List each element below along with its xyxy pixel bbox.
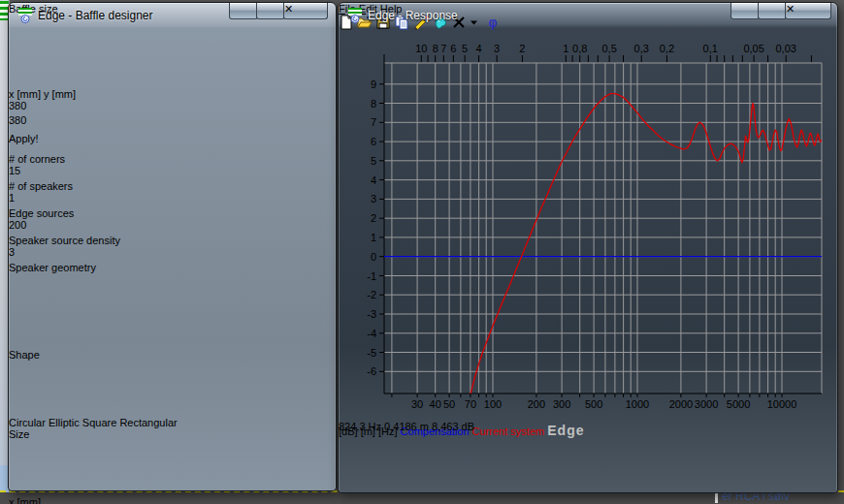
radio-elliptic-label: Elliptic	[49, 417, 80, 428]
svg-text:8: 8	[371, 98, 376, 110]
svg-text:3: 3	[371, 193, 376, 205]
svg-text:50: 50	[443, 398, 455, 410]
svg-text:7: 7	[440, 43, 446, 54]
maximize-button[interactable]	[256, 3, 285, 19]
status-wavelength: 0,4186 m	[384, 421, 429, 432]
radio-square-label: Square	[82, 417, 116, 428]
size-x-label: x [mm]	[9, 496, 41, 504]
svg-text:2000: 2000	[669, 398, 693, 410]
svg-text:-6: -6	[367, 365, 376, 377]
num-speakers-spinner[interactable]: 1	[9, 192, 110, 207]
edge-app-icon	[17, 8, 33, 23]
corners-spinner[interactable]: 15	[9, 165, 73, 180]
response-chart[interactable]: 3040507010020030050010002000300050001000…	[339, 32, 831, 421]
y-mm-label: y [mm]	[44, 88, 76, 100]
x-mm-label: x [mm]	[9, 88, 41, 100]
close-button[interactable]: ✕	[785, 3, 831, 19]
svg-text:200: 200	[528, 398, 545, 410]
svg-text:1: 1	[371, 232, 376, 243]
svg-text:4: 4	[475, 43, 481, 54]
svg-text:0,03: 0,03	[775, 43, 795, 54]
svg-text:5: 5	[371, 155, 376, 167]
size-label: Size	[9, 428, 29, 440]
minimize-button[interactable]	[229, 3, 258, 19]
num-speakers-label: # of speakers	[9, 180, 73, 192]
edge-watermark: Edge	[547, 423, 584, 438]
baffle-client-area: Baffle size x [mm] y [mm] 380 380 Apply!…	[9, 3, 336, 504]
edge-sources-label: Edge sources	[9, 207, 74, 219]
current-system-curve	[471, 94, 823, 394]
close-icon: ✕	[284, 3, 293, 15]
speaker-geometry-label: Speaker geometry	[9, 262, 96, 273]
close-button[interactable]: ✕	[283, 3, 328, 19]
svg-text:-1: -1	[367, 270, 376, 282]
svg-text:10000: 10000	[767, 398, 797, 410]
density-label: Speaker source density	[9, 235, 120, 246]
corners-label: # of corners	[9, 153, 65, 165]
response-client-area: File Edit Help	[339, 3, 837, 438]
svg-text:-3: -3	[367, 308, 376, 320]
edge-sources-spinner[interactable]: 200	[9, 219, 73, 235]
svg-text:300: 300	[553, 398, 570, 410]
svg-text:6: 6	[450, 43, 456, 54]
baffle-titlebar[interactable]: Edge - Baffle designer ✕	[9, 3, 336, 28]
svg-text:0: 0	[371, 251, 376, 263]
svg-text:0,8: 0,8	[572, 43, 587, 54]
edge-app-icon	[347, 8, 363, 23]
svg-text:0,2: 0,2	[660, 43, 674, 54]
density-spinner[interactable]: 3	[9, 246, 110, 262]
svg-text:1000: 1000	[626, 398, 649, 410]
svg-text:3: 3	[494, 43, 500, 54]
radio-rectangular-label: Rectangular	[119, 417, 177, 428]
svg-text:5: 5	[462, 43, 468, 54]
svg-text:3000: 3000	[695, 398, 718, 410]
baffle-y-input[interactable]: 380	[9, 114, 51, 129]
minimize-button[interactable]	[730, 3, 760, 19]
response-window: Edge - Response ✕ File Edit Help	[338, 2, 838, 493]
svg-text:-5: -5	[367, 347, 376, 359]
baffle-designer-window: Edge - Baffle designer ✕ Baffle size x […	[8, 2, 337, 491]
svg-text:40: 40	[430, 398, 441, 410]
speaker-geometry-group: Speaker geometry	[9, 262, 221, 349]
svg-text:-2: -2	[367, 289, 376, 300]
svg-text:6: 6	[371, 136, 376, 147]
svg-text:30: 30	[411, 398, 423, 410]
svg-text:4: 4	[371, 174, 376, 186]
svg-text:70: 70	[465, 398, 476, 410]
svg-text:0,1: 0,1	[703, 43, 718, 54]
svg-text:0,5: 0,5	[601, 43, 616, 54]
svg-text:0,3: 0,3	[634, 43, 649, 54]
baffle-x-input[interactable]: 380	[9, 100, 51, 114]
svg-text:10: 10	[415, 43, 427, 54]
response-titlebar[interactable]: Edge - Response ✕	[339, 3, 837, 28]
status-level: 8,463 dB	[432, 421, 474, 432]
svg-text:9: 9	[371, 79, 376, 90]
shape-group: Shape	[9, 349, 98, 417]
svg-text:500: 500	[585, 398, 602, 410]
size-group: Size	[9, 428, 96, 496]
svg-text:2: 2	[519, 43, 525, 54]
legend-current-system: Current system	[472, 425, 545, 437]
shape-label: Shape	[9, 349, 40, 361]
svg-text:7: 7	[371, 116, 376, 128]
desktop: er RCA i sølv Edge - Baffle designer ✕ B…	[0, 0, 844, 504]
maximize-button[interactable]	[758, 3, 787, 19]
svg-text:8: 8	[433, 43, 438, 54]
svg-text:-4: -4	[367, 328, 376, 339]
svg-text:2: 2	[371, 212, 376, 224]
svg-text:5000: 5000	[727, 398, 750, 410]
close-icon: ✕	[786, 3, 795, 15]
response-chart-area[interactable]: 3040507010020030050010002000300050001000…	[339, 32, 837, 421]
svg-text:100: 100	[484, 398, 502, 410]
svg-text:0,05: 0,05	[743, 43, 763, 54]
radio-circular-label: Circular	[9, 417, 46, 428]
status-frequency: 824,3 Hz	[339, 421, 381, 432]
svg-text:1: 1	[563, 43, 568, 54]
apply-button[interactable]: Apply!	[9, 129, 79, 153]
window-title: Edge - Response	[368, 9, 458, 22]
window-title: Edge - Baffle designer	[38, 9, 153, 22]
